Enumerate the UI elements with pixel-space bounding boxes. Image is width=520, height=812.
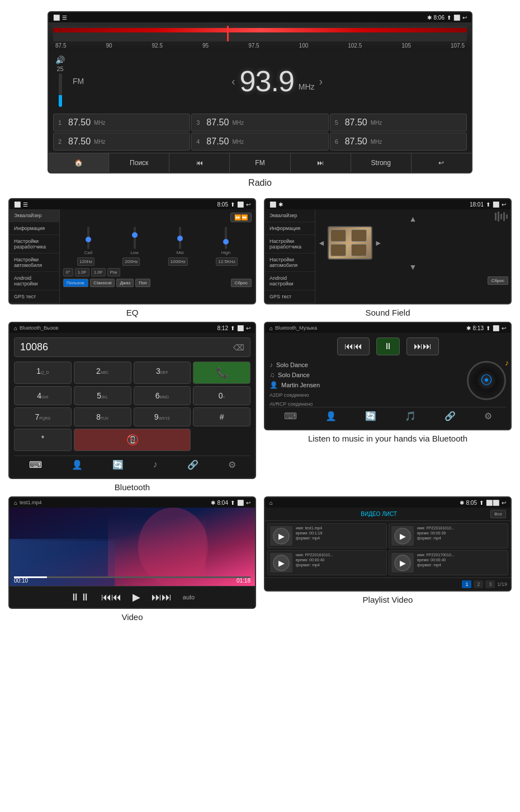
eq-reset-btn[interactable]: Сброс (231, 279, 252, 287)
bt-nav-keyboard[interactable]: ⌨ (29, 459, 42, 470)
bt-music-next-btn[interactable]: ⏭⏭ (406, 337, 439, 355)
bt-nav-settings[interactable]: ⚙ (228, 459, 236, 470)
bt-music-nav-music[interactable]: 🎵 (405, 411, 416, 421)
bt-music-nav-link[interactable]: 🔗 (445, 411, 456, 421)
dial-key-3[interactable]: 3DEF (134, 362, 191, 384)
dial-key-star[interactable]: * (14, 429, 72, 451)
dial-key-call[interactable]: 📞 (193, 362, 250, 384)
eq-ff-button[interactable]: ⏩⏩ (230, 213, 252, 222)
eq-high-track[interactable] (225, 227, 227, 249)
video-settings-btn[interactable]: ⏸⏸ (70, 591, 90, 603)
playlist-thumb-inner-1: ▶ (394, 528, 411, 545)
video-next-btn[interactable]: ⏭⏭ (152, 591, 172, 603)
freq-prev-btn[interactable]: ‹ (231, 75, 235, 88)
sf-sidebar-equalizer[interactable]: Эквалайзер (265, 209, 315, 222)
sf-screen: ⬜ ✱ 18:01 ⬆ ⬜ ↩ Эквалайзер Информация На… (264, 198, 512, 304)
sf-sidebar-car[interactable]: Настройки автомобиля (265, 254, 315, 272)
dial-key-5[interactable]: 5JKL (74, 386, 131, 405)
playlist-item-3[interactable]: ▶ имя: FPZ20170010... время: 00:00:40 фо… (389, 550, 508, 575)
eq-freq-120[interactable]: 120Hz (77, 257, 94, 266)
bt-music-nav-keyboard[interactable]: ⌨ (284, 411, 297, 421)
eq-freq-125k[interactable]: 12.5KHz (216, 257, 238, 266)
eq-mid-track[interactable] (179, 227, 181, 249)
preset-2[interactable]: 2 87.50 MHz (53, 133, 190, 151)
video-auto-btn[interactable]: auto (183, 591, 195, 603)
eq-mode-classical[interactable]: Classical (90, 279, 115, 287)
dial-key-7[interactable]: 7PQRS (14, 407, 72, 426)
freq-ruler[interactable] (53, 26, 467, 41)
eq-sidebar-gps[interactable]: GPS тест (10, 290, 59, 303)
volume-bar[interactable] (59, 73, 62, 107)
svg-rect-1 (498, 212, 499, 222)
page-btn-1[interactable]: 1 (462, 580, 471, 588)
playlist-all-tab[interactable]: Все (490, 510, 506, 518)
preset-4[interactable]: 4 87.50 MHz (191, 133, 328, 151)
sf-sidebar-gps[interactable]: GPS тест (265, 290, 315, 303)
sf-reset-btn[interactable]: Сброс (488, 276, 508, 285)
bt-nav-recent[interactable]: 🔄 (112, 459, 124, 470)
bt-music-nav-settings[interactable]: ⚙ (484, 411, 492, 421)
freq-next-btn[interactable]: › (319, 75, 323, 88)
dial-key-6[interactable]: 6MNO (134, 386, 191, 405)
dial-key-8[interactable]: 8TUV (74, 407, 131, 426)
eq-sidebar-dev[interactable]: Настройки разработчика (10, 235, 59, 254)
eq-sidebar-car[interactable]: Настройки автомобиля (10, 254, 59, 272)
video-play-btn[interactable]: ▶ (133, 591, 140, 603)
dial-key-endcall[interactable]: 📵 (74, 429, 191, 451)
bt-music-prev-btn[interactable]: ⏮⏮ (337, 337, 370, 355)
page-btn-3[interactable]: 3 (485, 580, 495, 588)
home-btn[interactable]: 🏠 (49, 153, 109, 172)
next-btn[interactable]: ⏭ (291, 153, 351, 172)
video-prev-btn[interactable]: ⏮⏮ (101, 591, 121, 603)
fm-btn[interactable]: FM (230, 153, 290, 172)
eq-mode-pop[interactable]: Поп (135, 279, 150, 287)
bt-music-nav-contacts[interactable]: 👤 (325, 411, 337, 421)
window-icon: ⬜ (53, 15, 60, 21)
eq-low-label: Low (130, 250, 139, 255)
dial-key-1[interactable]: 1Q_D (14, 362, 72, 384)
bt-music-play-btn[interactable]: ⏸ (376, 337, 400, 355)
bt-music-status-bar: ⌂ Bluetooth_Музыка ✱ 8:13 ⬆ ⬜ ↩ (265, 323, 510, 333)
eq-sub-track[interactable] (87, 227, 89, 249)
eq-freq-200[interactable]: 200Hz (122, 257, 140, 266)
page-btn-2[interactable]: 2 (474, 580, 483, 588)
bt-music-right: ✱ 8:13 ⬆ ⬜ ↩ (466, 325, 506, 331)
playlist-item-0[interactable]: ▶ имя: test1.mp4 время: 00:1:18 формат: … (267, 523, 387, 548)
bt-nav-contacts[interactable]: 👤 (72, 459, 83, 470)
sf-sidebar-dev[interactable]: Настройки разработчика (265, 235, 315, 254)
playlist-item-1[interactable]: ▶ имя: FPZ20181010... время: 00:00:39 фо… (389, 523, 508, 548)
eq-sidebar-equalizer[interactable]: Эквалайзер (10, 209, 59, 222)
eq-freq-1000[interactable]: 1000Hz (168, 257, 188, 266)
eq-mode-jazz[interactable]: Джаз (116, 279, 134, 287)
sf-equalizer-icon[interactable] (495, 212, 508, 224)
preset-5[interactable]: 5 87.50 MHz (330, 114, 467, 132)
sf-sidebar-info[interactable]: Информация (265, 222, 315, 235)
bt-backspace-btn[interactable]: ⌫ (233, 343, 244, 352)
dial-key-2[interactable]: 2ABC (74, 362, 131, 384)
eq-low-track[interactable] (134, 227, 136, 249)
music-note-icon: ♪ (270, 361, 273, 369)
volume-number: 25 (56, 65, 63, 72)
preset-6[interactable]: 6 87.50 MHz (330, 133, 467, 151)
sf-sidebar-android[interactable]: Android настройки (265, 272, 315, 290)
video-progress-bar[interactable] (14, 576, 250, 578)
dial-key-4[interactable]: 4GHI (14, 386, 72, 405)
bt-nav-link[interactable]: 🔗 (187, 459, 198, 470)
bt-nav-music[interactable]: ♪ (153, 459, 158, 470)
dial-key-hash[interactable]: # (193, 407, 250, 426)
back-btn[interactable]: ↩ (412, 153, 471, 172)
dial-key-9[interactable]: 9WXYZ (134, 407, 191, 426)
eq-window-icon: ⬜ (14, 201, 21, 208)
eq-sidebar-android[interactable]: Android настройки (10, 272, 59, 290)
bt-music-nav-recent[interactable]: 🔄 (365, 411, 376, 421)
eq-mode-user[interactable]: Пользов. (63, 279, 88, 287)
eq-sidebar-info[interactable]: Информация (10, 222, 59, 235)
preset-3[interactable]: 3 87.50 MHz (191, 114, 328, 132)
strong-btn[interactable]: Strong (351, 153, 412, 172)
preset-1[interactable]: 1 87.50 MHz (53, 114, 190, 132)
search-btn[interactable]: Поиск (109, 153, 169, 172)
dial-key-0plus[interactable]: 0+ (193, 386, 250, 405)
prev-btn[interactable]: ⏮ (169, 153, 230, 172)
playlist-item-2[interactable]: ▶ имя: FPZ20181010... время: 00:00:40 фо… (267, 550, 387, 575)
eq-val-1f: 1.0F (75, 268, 89, 276)
